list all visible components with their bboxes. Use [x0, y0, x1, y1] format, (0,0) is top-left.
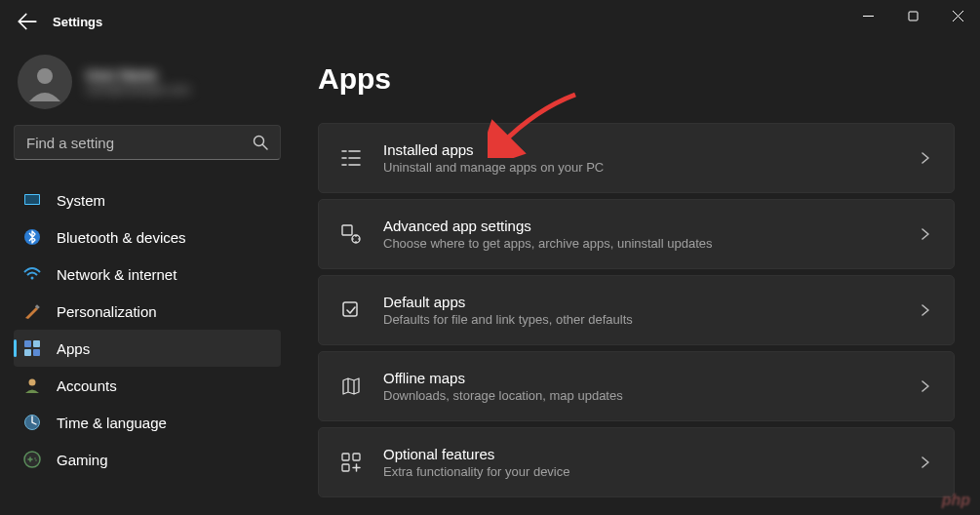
card-text: Offline maps Downloads, storage location… — [383, 370, 919, 403]
sidebar-item-network[interactable]: Network & internet — [14, 256, 281, 293]
user-name: User Name — [86, 67, 190, 83]
installed-apps-icon — [340, 147, 362, 169]
svg-rect-17 — [343, 302, 357, 316]
sidebar-item-label: Network & internet — [57, 266, 176, 283]
search-box[interactable] — [14, 125, 281, 160]
wifi-icon — [23, 265, 41, 283]
sidebar-item-system[interactable]: System — [14, 181, 281, 218]
sidebar-item-label: Time & language — [57, 415, 167, 431]
sidebar-item-personalization[interactable]: Personalization — [14, 293, 281, 330]
optional-features-icon — [340, 452, 362, 473]
svg-point-2 — [255, 137, 264, 146]
card-text: Advanced app settings Choose where to ge… — [383, 218, 919, 251]
minimize-icon — [863, 11, 874, 21]
window-controls — [845, 0, 980, 31]
sidebar-nav: System Bluetooth & devices Network & int… — [14, 181, 281, 478]
default-apps-icon — [340, 299, 362, 321]
svg-rect-18 — [342, 454, 349, 460]
svg-rect-15 — [342, 225, 352, 235]
close-button[interactable] — [935, 0, 980, 31]
time-language-icon — [23, 414, 41, 431]
sidebar-item-accounts[interactable]: Accounts — [14, 367, 281, 404]
sidebar-item-label: Accounts — [57, 377, 117, 394]
card-desc: Extra functionality for your device — [383, 464, 919, 479]
user-account-block[interactable]: User Name user@example.com — [14, 55, 281, 109]
sidebar: User Name user@example.com System Blueto… — [0, 43, 293, 515]
chevron-right-icon — [919, 151, 932, 165]
main-content: Apps Installed apps Uninstall and manage… — [293, 43, 980, 515]
chevron-right-icon — [919, 227, 932, 241]
chevron-right-icon — [919, 379, 932, 393]
maximize-button[interactable] — [890, 0, 935, 31]
gaming-icon — [23, 451, 41, 468]
card-optional-features[interactable]: Optional features Extra functionality fo… — [318, 427, 955, 497]
card-desc: Defaults for file and link types, other … — [383, 312, 919, 327]
svg-rect-9 — [33, 340, 40, 347]
card-title: Default apps — [383, 294, 919, 310]
user-email: user@example.com — [86, 83, 190, 97]
advanced-settings-icon — [340, 223, 362, 245]
card-title: Advanced app settings — [383, 218, 919, 234]
titlebar: Settings — [0, 0, 980, 43]
user-info: User Name user@example.com — [86, 67, 190, 97]
card-text: Optional features Extra functionality fo… — [383, 446, 919, 479]
svg-point-1 — [37, 68, 53, 84]
bluetooth-icon — [23, 228, 41, 246]
svg-rect-20 — [342, 464, 349, 471]
minimize-button[interactable] — [845, 0, 890, 31]
card-title: Offline maps — [383, 370, 919, 386]
sidebar-item-label: System — [57, 192, 105, 209]
sidebar-item-time-language[interactable]: Time & language — [14, 404, 281, 441]
avatar-icon — [25, 62, 64, 101]
system-icon — [23, 191, 41, 209]
avatar — [18, 55, 72, 109]
svg-rect-0 — [909, 12, 918, 20]
personalization-icon — [23, 302, 41, 320]
card-advanced-app-settings[interactable]: Advanced app settings Choose where to ge… — [318, 199, 955, 269]
offline-maps-icon — [340, 376, 362, 397]
accounts-icon — [23, 376, 41, 394]
maximize-icon — [908, 11, 919, 21]
card-desc: Downloads, storage location, map updates — [383, 388, 919, 403]
sidebar-item-gaming[interactable]: Gaming — [14, 441, 281, 478]
close-icon — [953, 11, 963, 21]
svg-rect-10 — [24, 349, 31, 356]
apps-icon — [23, 339, 41, 357]
sidebar-item-apps[interactable]: Apps — [14, 330, 281, 367]
card-desc: Uninstall and manage apps on your PC — [383, 160, 919, 175]
search-input[interactable] — [26, 135, 253, 151]
card-offline-maps[interactable]: Offline maps Downloads, storage location… — [318, 351, 955, 421]
window-title: Settings — [53, 15, 102, 29]
chevron-right-icon — [919, 303, 932, 317]
svg-point-6 — [31, 277, 34, 280]
sidebar-item-label: Bluetooth & devices — [57, 229, 186, 246]
sidebar-item-label: Apps — [57, 340, 90, 357]
chevron-right-icon — [919, 456, 932, 469]
sidebar-item-label: Gaming — [57, 452, 108, 468]
search-icon — [253, 135, 268, 150]
watermark: php — [942, 492, 970, 509]
card-default-apps[interactable]: Default apps Defaults for file and link … — [318, 275, 955, 345]
sidebar-item-bluetooth[interactable]: Bluetooth & devices — [14, 218, 281, 256]
card-text: Default apps Defaults for file and link … — [383, 294, 919, 327]
svg-rect-19 — [353, 454, 360, 460]
card-desc: Choose where to get apps, archive apps, … — [383, 236, 919, 251]
back-button[interactable] — [18, 12, 37, 31]
back-arrow-icon — [18, 12, 37, 31]
page-title: Apps — [318, 62, 955, 96]
card-text: Installed apps Uninstall and manage apps… — [383, 141, 919, 175]
card-title: Optional features — [383, 446, 919, 462]
svg-rect-4 — [25, 195, 39, 204]
svg-rect-11 — [33, 349, 40, 356]
svg-rect-8 — [24, 340, 31, 347]
card-title: Installed apps — [383, 141, 919, 158]
sidebar-item-label: Personalization — [57, 303, 157, 320]
card-installed-apps[interactable]: Installed apps Uninstall and manage apps… — [318, 123, 955, 193]
svg-point-12 — [29, 379, 36, 386]
